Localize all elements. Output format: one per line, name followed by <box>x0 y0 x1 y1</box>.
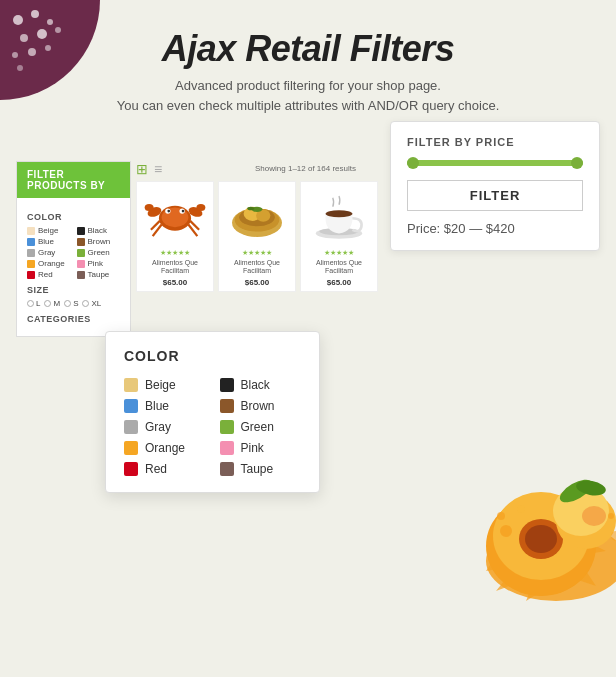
product-card-1[interactable]: ★★★★★ Alimentos Que Facilitam $65.00 <box>136 181 214 292</box>
product-grid: ★★★★★ Alimentos Que Facilitam $65.00 <box>136 181 356 292</box>
blue-swatch <box>27 238 35 246</box>
beige-swatch <box>27 227 35 235</box>
svg-point-50 <box>517 505 525 513</box>
popup-color-gray[interactable]: Gray <box>124 420 206 434</box>
price-slider-track[interactable] <box>407 160 583 166</box>
product-card-3[interactable]: ★★★★★ Alimentos Que Facilitam $65.00 <box>300 181 378 292</box>
sidebar-header: FILTER PRODUCTS BY <box>17 162 130 198</box>
page-subtitle: Advanced product filtering for your shop… <box>0 76 616 115</box>
popup-green-swatch <box>220 420 234 434</box>
color-brown[interactable]: Brown <box>77 237 121 246</box>
price-range: Price: $20 — $420 <box>407 221 583 236</box>
color-orange[interactable]: Orange <box>27 259 71 268</box>
svg-point-9 <box>17 65 23 71</box>
product-image-1 <box>141 186 209 246</box>
peach-area <box>356 391 616 611</box>
popup-orange-swatch <box>124 441 138 455</box>
product-image-2 <box>223 186 291 246</box>
svg-point-6 <box>12 52 18 58</box>
popup-color-green[interactable]: Green <box>220 420 302 434</box>
color-col-left: Beige Blue Gray Orange <box>27 226 71 279</box>
color-pink[interactable]: Pink <box>77 259 121 268</box>
product-name-1: Alimentos Que Facilitam <box>141 259 209 276</box>
svg-point-49 <box>608 513 614 519</box>
svg-point-46 <box>500 525 512 537</box>
svg-point-15 <box>196 204 205 211</box>
size-m-radio[interactable] <box>44 300 51 307</box>
product-stars-2: ★★★★★ <box>223 249 291 257</box>
size-xl-radio[interactable] <box>82 300 89 307</box>
svg-point-34 <box>326 210 353 217</box>
price-slider-min-handle[interactable] <box>407 157 419 169</box>
price-slider-max-handle[interactable] <box>571 157 583 169</box>
product-stars-1: ★★★★★ <box>141 249 209 257</box>
svg-point-4 <box>37 29 47 39</box>
popup-color-orange[interactable]: Orange <box>124 441 206 455</box>
popup-color-beige[interactable]: Beige <box>124 378 206 392</box>
product-card-2[interactable]: ★★★★★ Alimentos Que Facilitam $65.00 <box>218 181 296 292</box>
size-items: L M S XL <box>27 299 120 308</box>
orange-swatch <box>27 260 35 268</box>
popup-color-taupe[interactable]: Taupe <box>220 462 302 476</box>
popup-color-brown[interactable]: Brown <box>220 399 302 413</box>
color-red[interactable]: Red <box>27 270 71 279</box>
svg-point-0 <box>13 15 23 25</box>
size-l-radio[interactable] <box>27 300 34 307</box>
svg-point-2 <box>47 19 53 25</box>
svg-point-22 <box>167 210 170 213</box>
popup-taupe-swatch <box>220 462 234 476</box>
price-filter-card: FILTER BY PRICE FILTER Price: $20 — $420 <box>390 121 600 251</box>
product-image-3 <box>305 186 373 246</box>
product-stars-3: ★★★★★ <box>305 249 373 257</box>
color-popup-grid: Beige Black Blue Brown Gray Green <box>124 378 301 476</box>
color-black[interactable]: Black <box>77 226 121 235</box>
popup-beige-swatch <box>124 378 138 392</box>
red-swatch <box>27 271 35 279</box>
brown-swatch <box>77 238 85 246</box>
size-xl[interactable]: XL <box>82 299 101 308</box>
grid-toolbar: ⊞ ≡ Showing 1–12 of 164 results <box>136 161 356 175</box>
color-green[interactable]: Green <box>77 248 121 257</box>
filter-button[interactable]: FILTER <box>407 180 583 211</box>
size-section-title: SIZE <box>27 285 120 295</box>
color-beige[interactable]: Beige <box>27 226 71 235</box>
svg-point-23 <box>182 210 185 213</box>
popup-pink-swatch <box>220 441 234 455</box>
color-popup-title: COLOR <box>124 348 301 364</box>
color-filter-rows: Beige Blue Gray Orange <box>27 226 120 279</box>
svg-point-14 <box>145 204 154 211</box>
popup-color-red[interactable]: Red <box>124 462 206 476</box>
color-gray[interactable]: Gray <box>27 248 71 257</box>
popup-color-black[interactable]: Black <box>220 378 302 392</box>
size-l[interactable]: L <box>27 299 40 308</box>
svg-point-3 <box>20 34 28 42</box>
color-blue[interactable]: Blue <box>27 237 71 246</box>
popup-gray-swatch <box>124 420 138 434</box>
svg-point-1 <box>31 10 39 18</box>
popup-color-blue[interactable]: Blue <box>124 399 206 413</box>
svg-point-7 <box>28 48 36 56</box>
gray-swatch <box>27 249 35 257</box>
size-s-radio[interactable] <box>64 300 71 307</box>
color-taupe[interactable]: Taupe <box>77 270 121 279</box>
list-view-icon[interactable]: ≡ <box>154 161 168 175</box>
black-swatch <box>77 227 85 235</box>
sidebar-body: COLOR Beige Blue Gray <box>17 198 130 336</box>
color-col-right: Black Brown Green Pink <box>77 226 121 279</box>
color-section-title: COLOR <box>27 212 120 222</box>
popup-color-pink[interactable]: Pink <box>220 441 302 455</box>
showing-text: Showing 1–12 of 164 results <box>255 164 356 173</box>
popup-blue-swatch <box>124 399 138 413</box>
svg-point-43 <box>582 506 606 526</box>
pink-swatch <box>77 260 85 268</box>
sidebar: FILTER PRODUCTS BY COLOR Beige Blue <box>16 161 131 337</box>
svg-point-47 <box>497 512 505 520</box>
color-popup: COLOR Beige Black Blue Brown Gray <box>105 331 320 493</box>
svg-point-8 <box>45 45 51 51</box>
svg-point-31 <box>247 207 254 211</box>
size-s[interactable]: S <box>64 299 78 308</box>
grid-view-icon[interactable]: ⊞ <box>136 161 150 175</box>
popup-red-swatch <box>124 462 138 476</box>
popup-black-swatch <box>220 378 234 392</box>
size-m[interactable]: M <box>44 299 60 308</box>
